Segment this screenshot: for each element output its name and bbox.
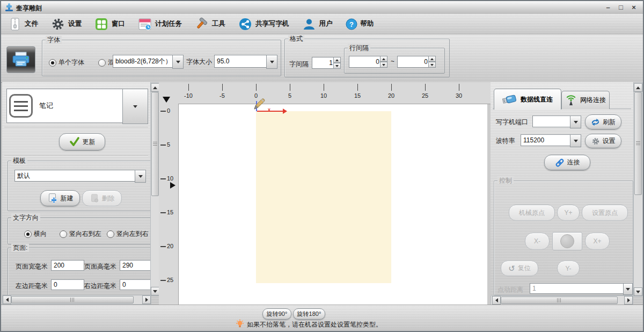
vscroll-thumb[interactable] — [151, 92, 159, 196]
page-height-input[interactable] — [120, 260, 152, 271]
right-margin-input[interactable] — [120, 279, 152, 290]
scroll-left-button[interactable] — [3, 295, 11, 304]
font-size-input[interactable] — [214, 55, 268, 68]
font-name-combo-arrow[interactable] — [172, 55, 184, 69]
close-button[interactable]: × — [629, 3, 639, 11]
minimize-button[interactable]: – — [603, 3, 613, 11]
jog-distance-input[interactable] — [530, 283, 625, 294]
refresh-button[interactable]: 刷新 — [585, 114, 621, 129]
jog-distance-label: 点动距离 — [497, 285, 523, 294]
hscroll-thumb[interactable] — [501, 297, 618, 304]
reset-label: 复位 — [518, 264, 531, 273]
scroll-right-button[interactable] — [624, 296, 633, 305]
menu-user[interactable]: 用户 — [300, 16, 335, 32]
template-group-title: 模板 — [11, 157, 27, 164]
menu-file[interactable]: 文件 — [6, 16, 40, 32]
menu-window[interactable]: 窗口 — [92, 16, 127, 32]
rotate-180-button[interactable]: 旋转180° — [293, 308, 325, 320]
x-minus-button[interactable]: X- — [525, 233, 550, 250]
control-group: 控制 机械原点 Y+ 设置原点 X- X+ ↺ 复位 Y- 点动距离 — [494, 181, 633, 295]
line-gap-min-spinner[interactable] — [380, 56, 387, 68]
machine-settings-label: 设置 — [603, 136, 616, 146]
ruler-marker-down-icon[interactable] — [163, 97, 170, 103]
left-panel-hscrollbar[interactable] — [2, 295, 151, 305]
maximize-button[interactable]: □ — [616, 3, 626, 11]
menu-share-machine[interactable]: 共享写字机 — [236, 16, 291, 32]
template-new-label: 新建 — [61, 194, 74, 203]
connect-button[interactable]: 连接 — [544, 155, 590, 170]
connect-button-label: 连接 — [567, 158, 580, 167]
template-delete-button[interactable]: 删除 — [82, 190, 122, 206]
menu-help-label: 帮助 — [361, 19, 374, 28]
line-gap-min-input[interactable] — [349, 56, 382, 68]
ruler-marker-right-icon[interactable] — [170, 182, 175, 189]
right-panel-hscrollbar[interactable] — [491, 295, 633, 305]
template-combo-value[interactable]: 默认 — [14, 170, 137, 182]
baud-combo-arrow[interactable] — [570, 134, 581, 147]
direction-vertical-ltr-label: 竖向左到右 — [116, 230, 149, 237]
direction-horizontal-radio[interactable] — [24, 230, 32, 238]
stop-button[interactable] — [552, 232, 582, 250]
y-minus-button[interactable]: Y- — [557, 261, 580, 276]
tab-serial-connection[interactable]: 数据线直连 — [494, 89, 561, 110]
notes-combo-value[interactable]: 笔记 — [6, 89, 125, 123]
port-combo-arrow[interactable] — [570, 116, 581, 128]
hammer-icon — [195, 17, 209, 31]
help-icon: ? — [346, 18, 357, 30]
mixed-font-radio[interactable] — [98, 59, 106, 67]
y-plus-label: Y+ — [564, 209, 572, 216]
menu-settings-label: 设置 — [68, 19, 82, 28]
scroll-up-button[interactable] — [634, 83, 642, 92]
char-gap-input[interactable] — [312, 57, 335, 69]
right-panel-vscrollbar[interactable] — [633, 82, 643, 297]
rotate-90-button[interactable]: 旋转90° — [262, 308, 291, 320]
spin-down-icon — [430, 64, 434, 66]
line-gap-max-input[interactable] — [397, 56, 430, 68]
font-size-combo-arrow[interactable] — [266, 55, 277, 69]
stop-icon — [560, 234, 574, 248]
chevron-down-icon — [133, 105, 137, 108]
scroll-up-button[interactable] — [151, 83, 159, 92]
port-input[interactable] — [532, 116, 572, 127]
baud-combo-value[interactable]: 115200 — [521, 134, 572, 146]
machine-settings-button[interactable]: 设置 — [585, 134, 621, 148]
jog-distance-combo-arrow[interactable] — [623, 283, 633, 295]
machine-origin-button[interactable]: 机械原点 — [509, 205, 555, 221]
left-margin-input[interactable] — [51, 279, 84, 290]
menu-tools[interactable]: 工具 — [193, 16, 228, 32]
vscroll-thumb[interactable] — [634, 92, 642, 195]
x-plus-button[interactable]: X+ — [585, 233, 610, 250]
scroll-left-button[interactable] — [492, 296, 501, 305]
y-plus-button[interactable]: Y+ — [557, 205, 580, 221]
menu-help[interactable]: ? 帮助 — [343, 17, 376, 31]
update-button[interactable]: 更新 — [59, 133, 105, 150]
page-width-input[interactable] — [51, 260, 84, 271]
template-combo-arrow[interactable] — [135, 170, 146, 183]
scroll-down-button[interactable] — [634, 287, 642, 296]
font-name-combo-value[interactable]: blood8-2(6,728个） — [113, 55, 174, 68]
reset-button[interactable]: ↺ 复位 — [501, 261, 538, 276]
rotate-180-label: 旋转180° — [297, 310, 321, 318]
paper-page[interactable] — [256, 111, 391, 283]
direction-vertical-ltr-radio[interactable] — [107, 230, 114, 238]
template-new-button[interactable]: 新建 — [40, 190, 80, 206]
spin-up-icon — [335, 59, 339, 61]
tab-network-connection[interactable]: 网络连接 — [561, 91, 610, 109]
scroll-down-button[interactable] — [151, 287, 159, 295]
direction-vertical-rtl-radio[interactable] — [60, 230, 67, 238]
scroll-right-button[interactable] — [142, 295, 151, 304]
char-gap-spinner[interactable] — [333, 57, 341, 69]
print-button[interactable] — [6, 46, 35, 73]
line-gap-group: 行间隔 ~ — [344, 48, 445, 74]
hscroll-thumb[interactable] — [11, 296, 134, 304]
check-icon — [69, 136, 80, 147]
set-origin-button[interactable]: 设置原点 — [582, 205, 628, 221]
reset-icon: ↺ — [508, 265, 515, 272]
menu-settings[interactable]: 设置 — [49, 16, 84, 32]
window-title: 奎享雕刻 — [16, 4, 42, 13]
single-font-radio[interactable] — [49, 59, 56, 67]
link-icon — [555, 158, 565, 168]
menu-scheduled-tasks[interactable]: 计划任务 — [136, 16, 184, 32]
notes-combo-arrow[interactable] — [122, 89, 148, 124]
line-gap-max-spinner[interactable] — [428, 56, 436, 68]
